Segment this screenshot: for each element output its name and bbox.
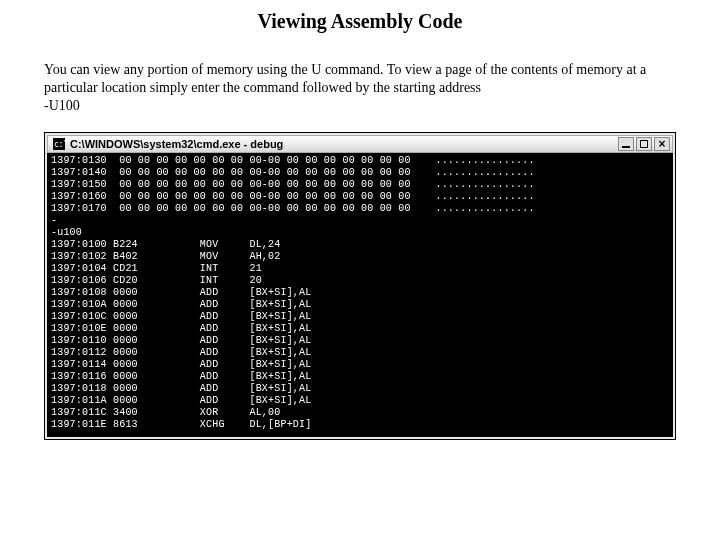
titlebar: c:\ C:\WINDOWS\system32\cmd.exe - debug <box>47 135 673 153</box>
close-button[interactable] <box>654 137 670 151</box>
window-title: C:\WINDOWS\system32\cmd.exe - debug <box>70 138 618 150</box>
window-buttons <box>618 137 670 151</box>
maximize-button[interactable] <box>636 137 652 151</box>
terminal-output: 1397:0130 00 00 00 00 00 00 00 00-00 00 … <box>47 153 673 437</box>
console-window: c:\ C:\WINDOWS\system32\cmd.exe - debug … <box>44 132 676 440</box>
page-title: Viewing Assembly Code <box>44 10 676 33</box>
example-command: -U100 <box>44 98 676 114</box>
svg-text:c:\: c:\ <box>54 140 65 149</box>
intro-paragraph: You can view any portion of memory using… <box>44 61 676 96</box>
minimize-button[interactable] <box>618 137 634 151</box>
cmd-icon: c:\ <box>52 137 66 151</box>
